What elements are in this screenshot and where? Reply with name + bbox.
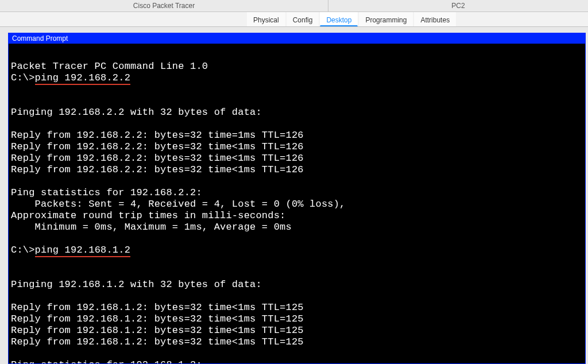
command-input-1: ping 192.168.2.2 (35, 72, 130, 84)
reply-line: Reply from 192.168.2.2: bytes=32 time<1m… (11, 164, 304, 175)
terminal-banner: Packet Tracer PC Command Line 1.0 (11, 61, 208, 72)
reply-line: Reply from 192.168.1.2: bytes=32 time<1m… (11, 325, 304, 336)
tab-attributes[interactable]: Attributes (414, 12, 456, 26)
desktop-panel: Command Prompt Packet Tracer PC Command … (0, 27, 588, 364)
reply-line: Reply from 192.168.2.2: bytes=32 time<1m… (11, 153, 304, 164)
reply-line: Reply from 192.168.2.2: bytes=32 time=1m… (11, 130, 304, 141)
app-title: Cisco Packet Tracer (0, 0, 328, 11)
device-title: PC2 (328, 0, 588, 11)
command-prompt-titlebar: Command Prompt (9, 33, 585, 44)
reply-line: Reply from 192.168.2.2: bytes=32 time<1m… (11, 141, 304, 152)
prompt-line-1: C:\>ping 192.168.2.2 (11, 72, 583, 84)
reply-line: Reply from 192.168.1.2: bytes=32 time<1m… (11, 313, 304, 324)
command-input-2: ping 192.168.1.2 (35, 245, 130, 256)
tab-programming[interactable]: Programming (359, 12, 413, 26)
tab-config[interactable]: Config (287, 12, 319, 26)
tabs-group: Physical Config Desktop Programming Attr… (247, 12, 457, 26)
ping-header-2: Pinging 192.168.1.2 with 32 bytes of dat… (11, 279, 262, 290)
reply-line: Reply from 192.168.1.2: bytes=32 time<1m… (11, 302, 304, 313)
tab-physical[interactable]: Physical (247, 12, 285, 26)
stats-header-1: Ping statistics for 192.168.2.2: (11, 187, 202, 198)
tab-desktop[interactable]: Desktop (320, 12, 358, 26)
ping-header-1: Pinging 192.168.2.2 with 32 bytes of dat… (11, 107, 262, 118)
command-prompt-window: Command Prompt Packet Tracer PC Command … (8, 33, 586, 364)
stats-header-2: Ping statistics for 192.168.1.2: (11, 359, 202, 364)
reply-line: Reply from 192.168.1.2: bytes=32 time<1m… (11, 336, 304, 347)
times-line-1: Minimum = 0ms, Maximum = 1ms, Average = … (11, 222, 292, 233)
window-title-bar: Cisco Packet Tracer PC2 (0, 0, 588, 12)
approx-line-1: Approximate round trip times in milli-se… (11, 210, 285, 221)
prompt-line-2: C:\>ping 192.168.1.2 (11, 245, 583, 256)
packets-line-1: Packets: Sent = 4, Received = 4, Lost = … (11, 199, 346, 210)
prompt-2: C:\> (11, 245, 35, 255)
terminal-output[interactable]: Packet Tracer PC Command Line 1.0 C:\>pi… (9, 44, 585, 364)
prompt-1: C:\> (11, 72, 35, 83)
tab-bar: Physical Config Desktop Programming Attr… (0, 12, 588, 27)
